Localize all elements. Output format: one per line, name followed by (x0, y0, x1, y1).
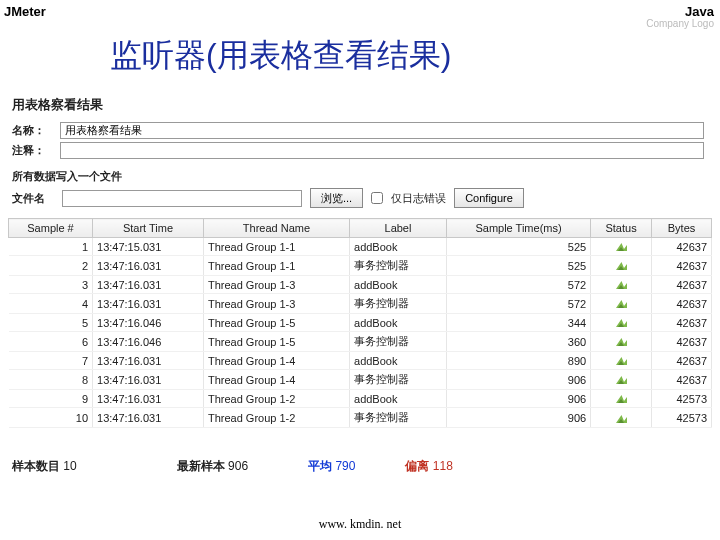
col-header[interactable]: Sample # (9, 219, 93, 238)
avg-value: 790 (335, 459, 355, 473)
dev-label: 偏离 (405, 459, 429, 473)
table-row[interactable]: 213:47:16.031Thread Group 1-1事务控制器525426… (9, 256, 712, 276)
name-label: 名称： (12, 123, 54, 138)
col-header[interactable]: Thread Name (203, 219, 349, 238)
status-ok-icon (615, 335, 627, 347)
col-header[interactable]: Start Time (93, 219, 204, 238)
company-logo: Company Logo (646, 18, 714, 29)
language-label: Java (685, 4, 714, 19)
table-row[interactable]: 513:47:16.046Thread Group 1-5addBook3444… (9, 314, 712, 332)
table-row[interactable]: 413:47:16.031Thread Group 1-3事务控制器572426… (9, 294, 712, 314)
table-row[interactable]: 1013:47:16.031Thread Group 1-2事务控制器90642… (9, 408, 712, 428)
results-table: Sample #Start TimeThread NameLabelSample… (8, 218, 712, 428)
table-row[interactable]: 713:47:16.031Thread Group 1-4addBook8904… (9, 352, 712, 370)
comment-field[interactable] (60, 142, 704, 159)
write-all-label: 所有数据写入一个文件 (12, 169, 712, 184)
col-header[interactable]: Status (591, 219, 652, 238)
table-row[interactable]: 113:47:15.031Thread Group 1-1addBook5254… (9, 238, 712, 256)
status-ok-icon (615, 297, 627, 309)
browse-button[interactable]: 浏览... (310, 188, 363, 208)
latest-label: 最新样本 (177, 459, 225, 473)
col-header[interactable]: Bytes (651, 219, 711, 238)
status-ok-icon (615, 316, 627, 328)
app-name: JMeter (4, 4, 46, 19)
status-ok-icon (615, 373, 627, 385)
table-row[interactable]: 813:47:16.031Thread Group 1-4事务控制器906426… (9, 370, 712, 390)
col-header[interactable]: Label (350, 219, 447, 238)
status-ok-icon (615, 354, 627, 366)
name-field[interactable] (60, 122, 704, 139)
latest-value: 906 (228, 459, 248, 473)
results-panel: 用表格察看结果 名称： 注释： 所有数据写入一个文件 文件名 浏览... 仅日志… (8, 96, 712, 475)
log-errors-checkbox[interactable] (371, 192, 383, 204)
table-row[interactable]: 313:47:16.031Thread Group 1-3addBook5724… (9, 276, 712, 294)
configure-button[interactable]: Configure (454, 188, 524, 208)
avg-label: 平均 (308, 459, 332, 473)
summary-bar: 样本数目 10 最新样本 906 平均 790 偏离 118 (12, 458, 712, 475)
table-row[interactable]: 613:47:16.046Thread Group 1-5事务控制器360426… (9, 332, 712, 352)
count-label: 样本数目 (12, 459, 60, 473)
status-ok-icon (615, 259, 627, 271)
dev-value: 118 (433, 459, 453, 473)
slide-title: 监听器(用表格查看结果) (110, 34, 720, 78)
status-ok-icon (615, 392, 627, 404)
count-value: 10 (63, 459, 76, 473)
table-row[interactable]: 913:47:16.031Thread Group 1-2addBook9064… (9, 390, 712, 408)
comment-label: 注释： (12, 143, 54, 158)
log-errors-label: 仅日志错误 (391, 191, 446, 206)
panel-heading: 用表格察看结果 (12, 96, 712, 114)
filename-field[interactable] (62, 190, 302, 207)
file-label: 文件名 (12, 191, 54, 206)
status-ok-icon (615, 411, 627, 423)
col-header[interactable]: Sample Time(ms) (446, 219, 590, 238)
status-ok-icon (615, 278, 627, 290)
status-ok-icon (615, 240, 627, 252)
footer-url: www. kmdin. net (0, 517, 720, 532)
